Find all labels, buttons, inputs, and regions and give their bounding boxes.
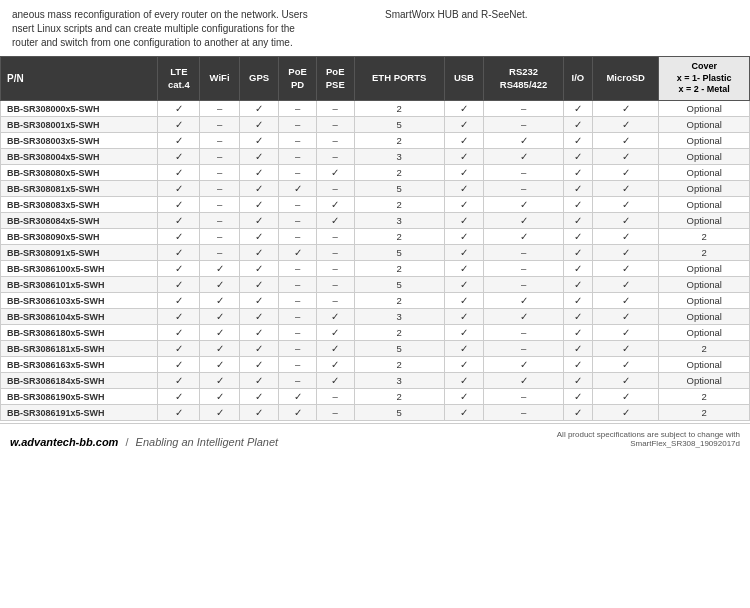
cell-value: ✓: [564, 197, 593, 213]
cell-value: –: [316, 181, 354, 197]
cell-value: ✓: [200, 341, 239, 357]
cell-value: ✓: [158, 261, 200, 277]
cell-value: ✓: [239, 341, 279, 357]
cell-value: 2: [659, 389, 750, 405]
footer-slash: /: [125, 436, 131, 448]
cell-value: –: [316, 229, 354, 245]
cell-value: ✓: [158, 357, 200, 373]
cell-pn: BB-SR3086163x5-SWH: [1, 357, 158, 373]
cell-value: ✓: [158, 213, 200, 229]
header-lte: LTE cat.4: [158, 57, 200, 101]
cell-value: –: [484, 325, 564, 341]
cell-value: ✓: [200, 373, 239, 389]
cell-value: –: [316, 101, 354, 117]
cell-value: ✓: [444, 117, 484, 133]
cell-value: 2: [354, 261, 444, 277]
table-row: BB-SR308091x5-SWH✓–✓✓–5✓–✓✓2: [1, 245, 750, 261]
table-row: BB-SR308003x5-SWH✓–✓––2✓✓✓✓Optional: [1, 133, 750, 149]
cell-value: –: [279, 373, 316, 389]
cell-value: –: [279, 357, 316, 373]
cell-value: –: [484, 389, 564, 405]
cell-value: ✓: [239, 405, 279, 421]
cell-value: –: [484, 101, 564, 117]
cell-value: ✓: [316, 341, 354, 357]
cell-value: –: [200, 101, 239, 117]
cell-value: ✓: [158, 277, 200, 293]
cell-value: ✓: [239, 325, 279, 341]
cell-value: ✓: [592, 117, 659, 133]
cell-value: ✓: [158, 133, 200, 149]
cell-value: ✓: [239, 357, 279, 373]
cell-value: Optional: [659, 181, 750, 197]
cell-value: ✓: [592, 309, 659, 325]
table-row: BB-SR3086103x5-SWH✓✓✓––2✓✓✓✓Optional: [1, 293, 750, 309]
cell-value: –: [316, 261, 354, 277]
cell-value: ✓: [239, 213, 279, 229]
cell-value: ✓: [592, 197, 659, 213]
cell-value: ✓: [592, 293, 659, 309]
cell-value: –: [484, 117, 564, 133]
cell-value: 2: [354, 229, 444, 245]
cell-value: 3: [354, 149, 444, 165]
footer: w.advantech-bb.com / Enabling an Intelli…: [0, 423, 750, 452]
cell-value: ✓: [592, 341, 659, 357]
table-row: BB-SR3086163x5-SWH✓✓✓–✓2✓✓✓✓Optional: [1, 357, 750, 373]
cell-value: ✓: [592, 229, 659, 245]
product-table: P/N LTE cat.4 WiFi GPS PoE PD PoE PSE ET…: [0, 56, 750, 421]
cell-value: ✓: [316, 309, 354, 325]
table-row: BB-SR308083x5-SWH✓–✓–✓2✓✓✓✓Optional: [1, 197, 750, 213]
cell-value: ✓: [444, 101, 484, 117]
cell-value: 2: [659, 229, 750, 245]
cell-value: ✓: [239, 277, 279, 293]
cell-value: Optional: [659, 213, 750, 229]
cell-value: –: [279, 309, 316, 325]
cell-value: –: [484, 277, 564, 293]
cell-value: ✓: [484, 229, 564, 245]
cell-value: ✓: [444, 277, 484, 293]
table-row: BB-SR3086181x5-SWH✓✓✓–✓5✓–✓✓2: [1, 341, 750, 357]
cell-pn: BB-SR308083x5-SWH: [1, 197, 158, 213]
cell-value: Optional: [659, 197, 750, 213]
cell-value: ✓: [564, 165, 593, 181]
cell-pn: BB-SR3086191x5-SWH: [1, 405, 158, 421]
table-row: BB-SR308080x5-SWH✓–✓–✓2✓–✓✓Optional: [1, 165, 750, 181]
cell-value: Optional: [659, 149, 750, 165]
cell-value: ✓: [592, 277, 659, 293]
cell-value: 2: [354, 357, 444, 373]
cell-value: –: [279, 133, 316, 149]
cell-value: ✓: [484, 309, 564, 325]
cell-value: Optional: [659, 293, 750, 309]
table-row: BB-SR308084x5-SWH✓–✓–✓3✓✓✓✓Optional: [1, 213, 750, 229]
cell-value: ✓: [564, 277, 593, 293]
cell-value: ✓: [316, 357, 354, 373]
cell-value: ✓: [158, 197, 200, 213]
cell-value: –: [316, 405, 354, 421]
cell-value: –: [200, 213, 239, 229]
cell-value: ✓: [592, 261, 659, 277]
cell-value: –: [200, 133, 239, 149]
cell-value: ✓: [239, 229, 279, 245]
cell-value: ✓: [279, 389, 316, 405]
header-io: I/O: [564, 57, 593, 101]
cell-value: 2: [354, 165, 444, 181]
header-pn: P/N: [1, 57, 158, 101]
cell-value: 2: [659, 245, 750, 261]
cell-value: 3: [354, 309, 444, 325]
cell-value: –: [316, 149, 354, 165]
cell-value: ✓: [564, 389, 593, 405]
cell-value: –: [316, 117, 354, 133]
table-row: BB-SR3086191x5-SWH✓✓✓✓–5✓–✓✓2: [1, 405, 750, 421]
cell-value: ✓: [239, 245, 279, 261]
cell-value: –: [200, 245, 239, 261]
cell-value: ✓: [316, 325, 354, 341]
cell-value: Optional: [659, 117, 750, 133]
cell-value: –: [316, 133, 354, 149]
cell-value: ✓: [564, 373, 593, 389]
cell-value: –: [484, 245, 564, 261]
cell-pn: BB-SR3086100x5-SWH: [1, 261, 158, 277]
cell-pn: BB-SR308001x5-SWH: [1, 117, 158, 133]
cell-value: –: [316, 389, 354, 405]
cell-value: 3: [354, 373, 444, 389]
cell-value: ✓: [158, 389, 200, 405]
cell-value: –: [200, 181, 239, 197]
